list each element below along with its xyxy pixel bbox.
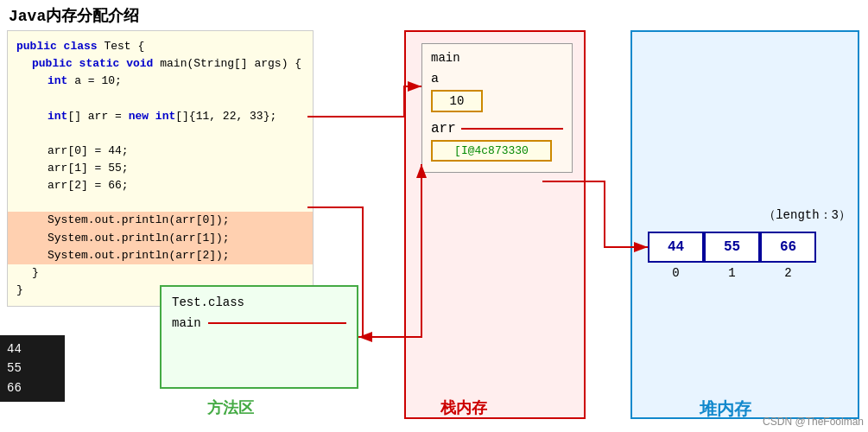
index-1: 1 [704, 266, 760, 280]
var-a-value: 10 [431, 90, 483, 112]
array-cell-0: 44 [648, 232, 704, 263]
console-line-1: 44 [7, 340, 58, 359]
stack-label: 栈内存 [440, 397, 487, 418]
main-method-line: main [172, 316, 346, 330]
heap-indices: 0 1 2 [648, 266, 816, 280]
index-0: 0 [648, 266, 704, 280]
array-cell-2: 66 [760, 232, 816, 263]
var-arr-label: arr [431, 121, 563, 137]
method-area-label: 方法区 [207, 397, 254, 418]
index-2: 2 [760, 266, 816, 280]
array-cell-1: 55 [704, 232, 760, 263]
var-arr-value: [I@4c873330 [431, 140, 552, 162]
page-title: Java内存分配介绍 [0, 0, 868, 29]
heap-array: 44 55 66 [648, 232, 816, 263]
heap-label: 堆内存 [700, 397, 751, 421]
watermark: CSDN @TheFoolman [763, 416, 864, 428]
frame-title: main [431, 51, 563, 65]
method-area-box: Test.class main [160, 285, 358, 389]
heap-area [630, 30, 859, 419]
code-box: public class Test { public static void m… [7, 30, 314, 307]
main-frame: main a 10 arr [I@4c873330 [421, 43, 573, 173]
heap-length: （length：3） [639, 207, 851, 223]
console-line-2: 55 [7, 359, 58, 378]
class-name-label: Test.class [172, 295, 346, 309]
console-line-3: 66 [7, 378, 58, 397]
console-output: 44 55 66 [0, 335, 65, 402]
var-a-label: a [431, 72, 563, 86]
